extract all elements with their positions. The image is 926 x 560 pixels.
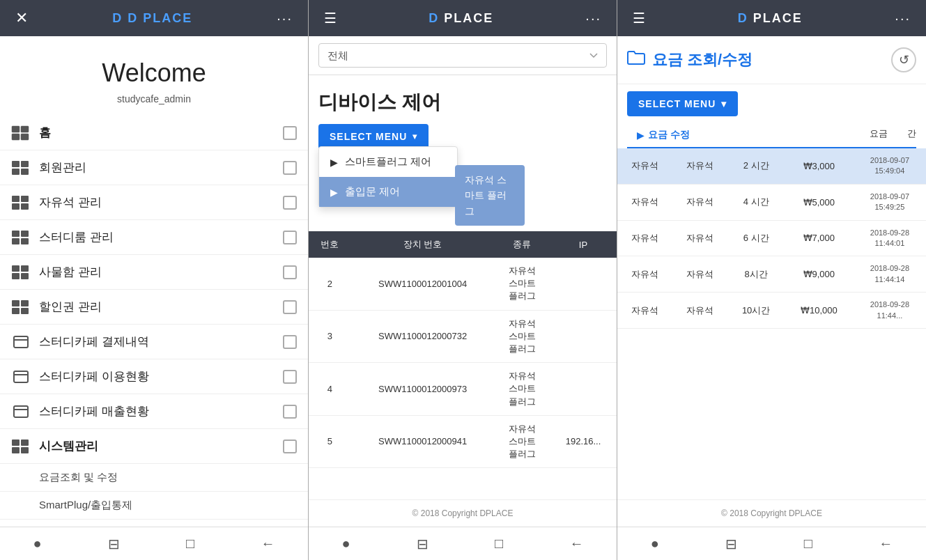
rate-row-5[interactable]: 자유석 자유석 10시간 ₩10,000 2018-09-2811:44... xyxy=(617,293,926,329)
more-options-button-2[interactable]: ··· xyxy=(581,8,605,29)
rate-row-3[interactable]: 자유석 자유석 6 시간 ₩7,000 2018-09-2811:44:01 xyxy=(617,220,926,256)
flag-icon-door: ▶ xyxy=(330,187,338,198)
rate-table: 자유석 자유석 2 시간 ₩3,000 2018-09-0715:49:04 자… xyxy=(617,148,926,329)
nav-usage-badge xyxy=(283,370,297,384)
nav-item-freeseat[interactable]: 자유석 관리 xyxy=(0,185,308,220)
rate-row-2[interactable]: 자유석 자유석 4 시간 ₩5,000 2018-09-0715:49:25 xyxy=(617,184,926,220)
topbar-screen1: ✕ D D PLACE ··· xyxy=(0,0,308,36)
nav-sub-message[interactable]: 요금 메시지 내역 xyxy=(0,520,308,527)
brand-logo-3: D PLACE xyxy=(738,11,803,26)
dot-icon-3: ● xyxy=(642,531,668,556)
svg-rect-21 xyxy=(21,300,29,306)
close-button[interactable]: ✕ xyxy=(11,6,32,30)
svg-rect-33 xyxy=(21,447,29,453)
col-ip: IP xyxy=(550,231,617,258)
svg-rect-14 xyxy=(12,238,20,244)
nav-item-studyroom[interactable]: 스터디룸 관리 xyxy=(0,220,308,255)
home-icon xyxy=(11,125,31,141)
nav-item-payment[interactable]: 스터디카페 결제내역 xyxy=(0,325,308,359)
col-num: 번호 xyxy=(309,231,351,258)
svg-rect-12 xyxy=(12,231,20,237)
nav-sales-badge xyxy=(283,405,297,419)
recent-apps-icon-2[interactable]: ⊟ xyxy=(408,531,437,557)
member-icon xyxy=(11,160,31,176)
table-row[interactable]: 4 SWW1100012000973 자유석스마트플러그 xyxy=(309,363,617,416)
home-nav-icon[interactable]: □ xyxy=(178,531,203,556)
nav-sales-label: 스터디카페 매출현황 xyxy=(39,403,283,419)
flag-icon-tab: ▶ xyxy=(637,130,644,141)
nav-item-usage[interactable]: 스터디카페 이용현황 xyxy=(0,359,308,394)
nav-payment-badge xyxy=(283,335,297,349)
recent-apps-icon-3[interactable]: ⊟ xyxy=(717,531,746,557)
svg-rect-5 xyxy=(21,161,29,167)
svg-rect-24 xyxy=(14,336,28,348)
bottombar-screen1: ● ⊟ □ ← xyxy=(0,527,308,560)
tab-rate-edit[interactable]: ▶ 요금 수정 xyxy=(627,123,700,148)
more-options-button-3[interactable]: ··· xyxy=(890,8,915,29)
back-icon-2[interactable]: ← xyxy=(561,531,592,556)
hamburger-button[interactable]: ☰ xyxy=(320,7,341,29)
dropdown-item-smartplug[interactable]: ▶ 스마트플러그 제어 xyxy=(319,147,457,177)
nav-system-label: 시스템관리 xyxy=(39,438,283,454)
home-nav-icon-2[interactable]: □ xyxy=(486,531,511,556)
table-row[interactable]: 5 SWW1100012000941 자유석스마트플러그 192.16... xyxy=(309,415,617,468)
brand-d: D xyxy=(112,11,123,25)
svg-rect-17 xyxy=(21,265,29,272)
nav-home-badge xyxy=(283,126,297,140)
svg-rect-15 xyxy=(21,238,29,244)
rate-row-4[interactable]: 자유석 자유석 8시간 ₩9,000 2018-09-2811:44:14 xyxy=(617,256,926,293)
locker-icon xyxy=(11,265,31,280)
nav-item-system[interactable]: 시스템관리 xyxy=(0,429,308,464)
nav-item-sales[interactable]: 스터디카페 매출현황 xyxy=(0,394,308,429)
svg-rect-9 xyxy=(21,196,29,202)
svg-rect-16 xyxy=(12,265,20,272)
svg-rect-8 xyxy=(12,196,20,202)
device-title-section: 디바이스 제어 SELECT MENU ▾ xyxy=(309,75,617,155)
filter-select[interactable]: 전체 xyxy=(318,43,607,68)
screen3-body: 요금 조회/수정 ↺ SELECT MENU ▾ ▶ 요금 수정 요금 간 xyxy=(617,36,926,499)
nav-item-home[interactable]: 홈 xyxy=(0,116,308,150)
nav-locker-label: 사물함 관리 xyxy=(39,264,283,280)
table-row[interactable]: 3 SWW1100012000732 자유석스마트플러그 xyxy=(309,310,617,363)
dropdown-smartplug-label: 스마트플러그 제어 xyxy=(345,155,431,169)
nav-item-locker[interactable]: 사물함 관리 xyxy=(0,255,308,290)
screen1-body: Welcome studycafe_admin 홈 xyxy=(0,36,308,527)
tab-rate-edit-label: 요금 수정 xyxy=(648,129,690,141)
sub-dropdown-text: 자유석 스마트 플러그 xyxy=(465,174,507,217)
back-icon-3[interactable]: ← xyxy=(870,531,901,556)
svg-rect-22 xyxy=(12,308,20,314)
nav-coupon-badge xyxy=(283,300,297,314)
hamburger-button-3[interactable]: ☰ xyxy=(628,7,649,29)
svg-rect-32 xyxy=(12,447,20,453)
svg-rect-3 xyxy=(21,134,29,140)
usage-icon xyxy=(11,369,31,384)
refresh-button[interactable]: ↺ xyxy=(891,47,916,72)
nav-item-member[interactable]: 회원관리 xyxy=(0,150,308,185)
dropdown-item-door[interactable]: ▶ 출입문 제어 xyxy=(319,177,457,207)
svg-rect-1 xyxy=(21,126,29,132)
nav-freeseat-badge xyxy=(283,196,297,210)
system-icon xyxy=(11,439,31,454)
nav-item-coupon[interactable]: 할인권 관리 xyxy=(0,290,308,325)
select-menu-button[interactable]: SELECT MENU ▾ xyxy=(318,124,429,149)
sub-dropdown: 자유석 스마트 플러그 xyxy=(455,165,525,226)
nav-member-badge xyxy=(283,161,297,175)
recent-apps-icon[interactable]: ⊟ xyxy=(100,531,128,557)
nav-coupon-label: 할인권 관리 xyxy=(39,299,283,315)
select-menu-button-3[interactable]: SELECT MENU ▾ xyxy=(627,91,738,116)
rate-row-1[interactable]: 자유석 자유석 2 시간 ₩3,000 2018-09-0715:49:04 xyxy=(617,148,926,184)
dropdown-door-label: 출입문 제어 xyxy=(345,185,400,199)
table-row[interactable]: 2 SWW1100012001004 자유석스마트플러그 xyxy=(309,258,617,310)
nav-payment-label: 스터디카페 결제내역 xyxy=(39,334,283,350)
sales-icon xyxy=(11,404,31,419)
nav-sub-smartplug[interactable]: SmartPlug/출입통제 xyxy=(0,492,308,520)
footer-copyright-2: © 2018 Copyright DPLACE xyxy=(309,499,617,527)
coupon-icon xyxy=(11,300,31,315)
topbar-screen3: ☰ D PLACE ··· xyxy=(617,0,926,36)
topbar-screen2: ☰ D PLACE ··· xyxy=(309,0,617,36)
nav-sub-rate[interactable]: 요금조회 및 수정 xyxy=(0,464,308,492)
more-options-button[interactable]: ··· xyxy=(272,8,297,29)
home-nav-icon-3[interactable]: □ xyxy=(796,531,821,556)
back-icon[interactable]: ← xyxy=(252,531,283,556)
screen2-body: 전체 디바이스 제어 SELECT MENU ▾ ▶ 스마트플러그 제어 ▶ 출… xyxy=(309,36,617,499)
